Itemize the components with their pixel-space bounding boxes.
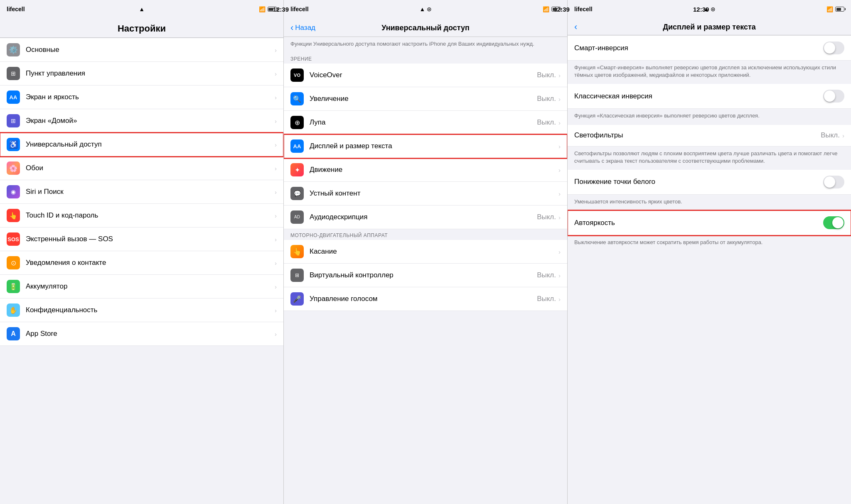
siri-label: Siri и Поиск	[26, 188, 275, 196]
color-filters-description: Светофильтры позволяют людям с плохим во…	[568, 147, 851, 170]
control-center-label: Пункт управления	[26, 69, 275, 78]
wallpaper-label: Обои	[26, 164, 275, 172]
settings-item-home[interactable]: ⊞ Экран «Домой» ›	[0, 109, 283, 133]
voice-ctrl-chevron: ›	[558, 296, 561, 303]
zoom-label: Увеличение	[310, 95, 537, 103]
accessibility-item-spoken[interactable]: 💬 Устный контент ›	[284, 182, 567, 206]
general-label: Основные	[26, 46, 275, 54]
control-center-icon: ⊞	[7, 67, 20, 80]
zoom-chevron: ›	[558, 95, 561, 103]
privacy-icon: ✋	[7, 303, 20, 317]
touch-icon: 👆	[290, 245, 304, 258]
voice-ctrl-value: Выкл.	[537, 295, 556, 303]
accessibility-list[interactable]: Функции Универсального доступа помогают …	[284, 37, 567, 504]
accessibility-panel-title: Универсальный доступ	[381, 24, 470, 32]
accessibility-item-magnifier[interactable]: ⊕ Лупа Выкл. ›	[284, 111, 567, 135]
display-item-classic-inversion[interactable]: Классическая инверсия	[568, 84, 851, 109]
settings-item-sos[interactable]: SOS Экстренный вызов — SOS ›	[0, 228, 283, 251]
settings-header: Настройки	[0, 18, 283, 38]
reduce-white-toggle[interactable]	[823, 176, 844, 188]
voiceover-icon: VO	[290, 69, 304, 82]
color-filters-chevron: ›	[842, 132, 844, 139]
status-icons-2: 📶	[543, 6, 561, 12]
appstore-label: App Store	[26, 330, 275, 338]
display-item-color-filters[interactable]: Светофильтры Выкл. ›	[568, 125, 851, 147]
panel-display-text: ‹ Дисплей и размер текста Смарт-инверсия…	[568, 18, 851, 504]
settings-item-accessibility[interactable]: ♿ Универсальный доступ ›	[0, 133, 283, 157]
touchid-label: Touch ID и код-пароль	[26, 211, 275, 220]
display-item-auto-brightness[interactable]: Автояркость	[568, 210, 851, 235]
appstore-icon: A	[7, 327, 20, 340]
time-3: 12:39	[693, 6, 709, 13]
settings-item-siri[interactable]: ◉ Siri и Поиск ›	[0, 180, 283, 204]
color-filters-value: Выкл.	[821, 131, 840, 139]
status-icons-1: 📶	[259, 6, 277, 12]
touchid-icon: 👆	[7, 209, 20, 222]
sos-icon: SOS	[7, 232, 20, 246]
general-icon: ⚙️	[7, 43, 20, 56]
accessibility-description: Функции Универсального доступа помогают …	[284, 37, 567, 53]
accessibility-item-voiceover[interactable]: VO VoiceOver Выкл. ›	[284, 64, 567, 87]
zoom-icon: 🔍	[290, 92, 304, 105]
settings-item-display[interactable]: AA Экран и яркость ›	[0, 86, 283, 109]
wallpaper-chevron: ›	[275, 165, 277, 172]
display-text-chevron: ›	[558, 143, 561, 150]
voiceover-chevron: ›	[558, 72, 561, 79]
display-text-list[interactable]: Смарт-инверсия Функция «Смарт-инверсия» …	[568, 35, 851, 504]
audio-desc-icon: AD	[290, 210, 304, 224]
display-label: Экран и яркость	[26, 93, 275, 101]
accessibility-item-audio[interactable]: AD Аудиодескрипция Выкл. ›	[284, 206, 567, 229]
display-text-label: Дисплей и размер текста	[310, 142, 558, 150]
carrier-2: lifecell	[290, 6, 309, 12]
auto-brightness-toggle[interactable]	[823, 216, 844, 229]
color-filters-label: Светофильтры	[574, 131, 821, 139]
settings-item-battery[interactable]: 🔋 Аккумулятор ›	[0, 275, 283, 298]
privacy-chevron: ›	[275, 307, 277, 314]
battery-chevron: ›	[275, 283, 277, 290]
vision-section-header: ЗРЕНИЕ	[284, 53, 567, 64]
magnifier-chevron: ›	[558, 119, 561, 126]
auto-brightness-label: Автояркость	[574, 219, 823, 227]
accessibility-item-voice-ctrl[interactable]: 🎤 Управление голосом Выкл. ›	[284, 287, 567, 311]
settings-item-control-center[interactable]: ⊞ Пункт управления ›	[0, 62, 283, 86]
accessibility-item-display-text[interactable]: AA Дисплей и размер текста ›	[284, 135, 567, 158]
accessibility-item-zoom[interactable]: 🔍 Увеличение Выкл. ›	[284, 87, 567, 111]
settings-item-appstore[interactable]: A App Store ›	[0, 322, 283, 346]
smart-inversion-label: Смарт-инверсия	[574, 44, 823, 52]
magnifier-label: Лупа	[310, 118, 537, 127]
classic-inversion-toggle[interactable]	[823, 90, 844, 103]
battery-label: Аккумулятор	[26, 282, 275, 291]
general-chevron: ›	[275, 46, 277, 54]
settings-item-wallpaper[interactable]: 🌸 Обои ›	[0, 157, 283, 180]
display-chevron: ›	[275, 94, 277, 101]
display-text-back-button[interactable]: ‹	[574, 22, 577, 32]
virtual-ctrl-chevron: ›	[558, 272, 561, 279]
audio-value: Выкл.	[537, 213, 556, 221]
display-item-smart-inversion[interactable]: Смарт-инверсия	[568, 35, 851, 61]
panel-accessibility: Назад Универсальный доступ Функции Униве…	[284, 18, 568, 504]
display-item-reduce-white[interactable]: Понижение точки белого	[568, 170, 851, 195]
accessibility-back-button[interactable]: Назад	[290, 22, 315, 33]
settings-item-touchid[interactable]: 👆 Touch ID и код-пароль ›	[0, 204, 283, 228]
accessibility-item-virtual-ctrl[interactable]: ⊞ Виртуальный контроллер Выкл. ›	[284, 264, 567, 287]
settings-item-privacy[interactable]: ✋ Конфиденциальность ›	[0, 298, 283, 322]
classic-inversion-knob	[824, 91, 835, 102]
settings-item-general[interactable]: ⚙️ Основные ›	[0, 38, 283, 62]
motion-chevron: ›	[558, 166, 561, 174]
smart-inversion-toggle[interactable]	[823, 42, 844, 54]
accessibility-item-touch[interactable]: 👆 Касание ›	[284, 240, 567, 264]
motion-label: Движение	[310, 166, 558, 174]
settings-item-contact[interactable]: ⊙ Уведомления о контакте ›	[0, 251, 283, 275]
battery-icon-2	[551, 7, 561, 12]
accessibility-item-motion[interactable]: ✦ Движение ›	[284, 158, 567, 182]
carrier-1: lifecell	[7, 6, 25, 12]
battery-setting-icon: 🔋	[7, 280, 20, 293]
settings-list[interactable]: ⚙️ Основные › ⊞ Пункт управления › AA Эк…	[0, 38, 283, 504]
classic-inversion-description: Функция «Классическая инверсия» выполняе…	[568, 109, 851, 125]
back-chevron-icon	[290, 22, 294, 33]
appstore-chevron: ›	[275, 330, 277, 338]
siri-chevron: ›	[275, 188, 277, 196]
virtual-ctrl-label: Виртуальный контроллер	[310, 271, 537, 279]
panel-settings: Настройки ⚙️ Основные › ⊞ Пункт управлен…	[0, 18, 284, 504]
home-label: Экран «Домой»	[26, 117, 275, 125]
